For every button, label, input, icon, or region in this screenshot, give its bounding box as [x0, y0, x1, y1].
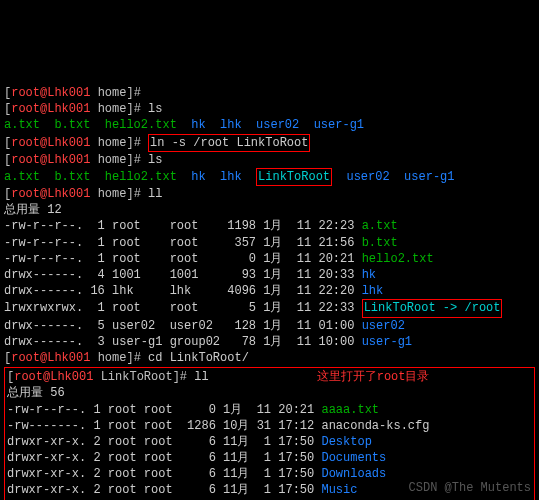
prompt: [root@Lhk001 home]#	[4, 153, 141, 167]
ls-row: drwx------. 3 user-g1 group02 78 1月 11 1…	[4, 335, 362, 349]
ls-row: -rw-r--r--. 1 root root 0 1月 11 20:21	[7, 403, 321, 417]
file-name: hello2.txt	[362, 252, 434, 266]
terminal-output: [root@Lhk001 home]# [root@Lhk001 home]# …	[4, 69, 535, 500]
dir-name: Desktop	[321, 435, 371, 449]
dir-name: lhk	[362, 284, 384, 298]
symlink-highlight: LinkToRoot -> /root	[362, 299, 503, 317]
ls-row: -rw-------. 1 root root 1286 10月 31 17:1…	[7, 419, 321, 433]
cmd-ls: ls	[148, 153, 162, 167]
prompt: [root@Lhk001 home]#	[4, 136, 141, 150]
prompt: [root@Lhk001 LinkToRoot]#	[7, 370, 187, 384]
ls-row: lrwxrwxrwx. 1 root root 5 1月 11 22:33	[4, 301, 362, 315]
prompt: [root@Lhk001 home]#	[4, 102, 141, 116]
dir-name: Downloads	[321, 467, 386, 481]
dir-name: user-g1	[362, 335, 412, 349]
dir-name: Documents	[321, 451, 386, 465]
file-name: a.txt	[362, 219, 398, 233]
file-name: aaaa.txt	[321, 403, 379, 417]
total-label: 总用量 56	[7, 386, 65, 400]
prompt: [root@Lhk001 home]#	[4, 351, 141, 365]
cmd-cd: cd LinkToRoot/	[148, 351, 249, 365]
ls-row: drwxr-xr-x. 2 root root 6 11月 1 17:50	[7, 467, 321, 481]
ls-row: -rw-r--r--. 1 root root 357 1月 11 21:56	[4, 236, 362, 250]
file-name: anaconda-ks.cfg	[321, 419, 429, 433]
link-highlight: LinkToRoot	[256, 168, 332, 186]
dir-name: Music	[321, 483, 357, 497]
dir-list: user02 user-g1	[332, 170, 454, 184]
file-name: b.txt	[362, 236, 398, 250]
cmd-ll: ll	[194, 370, 208, 384]
total-label: 总用量 12	[4, 203, 62, 217]
dir-list: hk lhk	[191, 170, 256, 184]
annotation: 这里打开了root目录	[317, 370, 430, 384]
ls-row: drwxr-xr-x. 2 root root 6 11月 1 17:50	[7, 435, 321, 449]
cmd-ll: ll	[148, 187, 162, 201]
dir-name: user02	[362, 319, 405, 333]
prompt: [root@Lhk001 home]#	[4, 187, 141, 201]
file-list: a.txt b.txt hello2.txt	[4, 118, 191, 132]
ls-row: drwxr-xr-x. 2 root root 6 11月 1 17:50	[7, 451, 321, 465]
ls-row: -rw-r--r--. 1 root root 0 1月 11 20:21	[4, 252, 362, 266]
dir-list: hk lhk user02 user-g1	[191, 118, 364, 132]
ls-row: drwx------. 16 lhk lhk 4096 1月 11 22:20	[4, 284, 362, 298]
cmd-ls: ls	[148, 102, 162, 116]
file-list: a.txt b.txt hello2.txt	[4, 170, 191, 184]
watermark: CSDN @The Mutents	[409, 480, 531, 496]
ls-row: drwx------. 4 1001 1001 93 1月 11 20:33	[4, 268, 362, 282]
cmd-ln-highlight: ln -s /root LinkToRoot	[148, 134, 310, 152]
dir-name: hk	[362, 268, 376, 282]
prompt: [root@Lhk001 home]#	[4, 86, 141, 100]
ls-row: -rw-r--r--. 1 root root 1198 1月 11 22:23	[4, 219, 362, 233]
ls-row: drwxr-xr-x. 2 root root 6 11月 1 17:50	[7, 483, 321, 497]
ls-row: drwx------. 5 user02 user02 128 1月 11 01…	[4, 319, 362, 333]
